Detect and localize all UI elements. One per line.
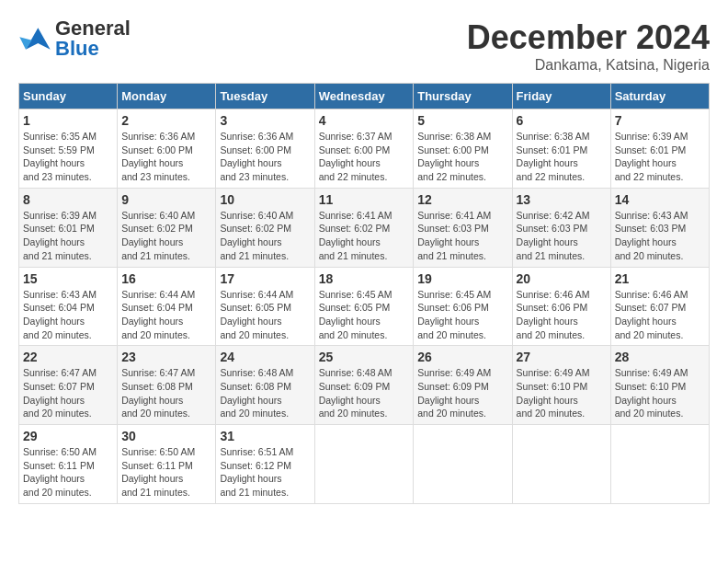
day-info: Sunrise: 6:38 AM Sunset: 6:01 PM Dayligh… — [517, 130, 607, 184]
calendar-day-cell: 17 Sunrise: 6:44 AM Sunset: 6:05 PM Dayl… — [216, 267, 314, 346]
day-number: 5 — [417, 113, 507, 128]
day-info: Sunrise: 6:35 AM Sunset: 5:59 PM Dayligh… — [23, 130, 113, 184]
calendar-header-row: SundayMondayTuesdayWednesdayThursdayFrid… — [19, 84, 710, 109]
logo: GeneralBlue — [18, 18, 131, 59]
calendar-day-header: Tuesday — [216, 84, 314, 109]
day-info: Sunrise: 6:43 AM Sunset: 6:03 PM Dayligh… — [615, 209, 705, 263]
day-info: Sunrise: 6:50 AM Sunset: 6:11 PM Dayligh… — [23, 445, 113, 500]
day-info: Sunrise: 6:44 AM Sunset: 6:05 PM Dayligh… — [220, 288, 310, 342]
day-info: Sunrise: 6:48 AM Sunset: 6:09 PM Dayligh… — [319, 366, 410, 420]
day-info: Sunrise: 6:47 AM Sunset: 6:07 PM Dayligh… — [23, 366, 113, 420]
day-number: 29 — [23, 429, 113, 443]
day-number: 23 — [121, 350, 211, 364]
day-number: 11 — [319, 192, 410, 207]
day-number: 28 — [615, 350, 705, 364]
calendar-day-cell: 4 Sunrise: 6:37 AM Sunset: 6:00 PM Dayli… — [314, 109, 414, 189]
day-number: 9 — [121, 192, 211, 207]
day-info: Sunrise: 6:36 AM Sunset: 6:00 PM Dayligh… — [220, 130, 310, 184]
calendar-table: SundayMondayTuesdayWednesdayThursdayFrid… — [18, 83, 710, 504]
calendar-day-cell: 2 Sunrise: 6:36 AM Sunset: 6:00 PM Dayli… — [118, 109, 216, 189]
day-info: Sunrise: 6:40 AM Sunset: 6:02 PM Dayligh… — [220, 209, 310, 263]
day-number: 25 — [319, 350, 410, 364]
day-number: 2 — [121, 113, 211, 128]
calendar-day-cell: 28 Sunrise: 6:49 AM Sunset: 6:10 PM Dayl… — [610, 346, 709, 425]
day-info: Sunrise: 6:42 AM Sunset: 6:03 PM Dayligh… — [517, 209, 607, 263]
day-info: Sunrise: 6:49 AM Sunset: 6:09 PM Dayligh… — [417, 366, 507, 420]
day-number: 31 — [220, 429, 310, 443]
day-info: Sunrise: 6:49 AM Sunset: 6:10 PM Dayligh… — [615, 366, 705, 420]
day-number: 8 — [23, 192, 113, 207]
calendar-day-cell: 25 Sunrise: 6:48 AM Sunset: 6:09 PM Dayl… — [314, 346, 414, 425]
day-info: Sunrise: 6:47 AM Sunset: 6:08 PM Dayligh… — [121, 366, 211, 420]
day-info: Sunrise: 6:50 AM Sunset: 6:11 PM Dayligh… — [121, 445, 211, 500]
calendar-day-cell: 7 Sunrise: 6:39 AM Sunset: 6:01 PM Dayli… — [610, 109, 709, 189]
day-number: 1 — [23, 113, 113, 128]
day-info: Sunrise: 6:46 AM Sunset: 6:06 PM Dayligh… — [517, 288, 607, 342]
calendar-day-cell: 9 Sunrise: 6:40 AM Sunset: 6:02 PM Dayli… — [118, 188, 216, 267]
calendar-body: 1 Sunrise: 6:35 AM Sunset: 5:59 PM Dayli… — [19, 109, 710, 504]
day-number: 13 — [517, 192, 607, 207]
calendar-day-cell: 10 Sunrise: 6:40 AM Sunset: 6:02 PM Dayl… — [216, 188, 314, 267]
calendar-day-header: Saturday — [610, 84, 709, 109]
calendar-day-cell: 12 Sunrise: 6:41 AM Sunset: 6:03 PM Dayl… — [414, 188, 512, 267]
calendar-day-cell: 29 Sunrise: 6:50 AM Sunset: 6:11 PM Dayl… — [19, 425, 118, 504]
calendar-day-cell: 22 Sunrise: 6:47 AM Sunset: 6:07 PM Dayl… — [19, 346, 118, 425]
day-number: 18 — [319, 271, 410, 286]
day-number: 7 — [615, 113, 705, 128]
calendar-day-header: Friday — [512, 84, 610, 109]
day-number: 30 — [121, 429, 211, 443]
day-number: 17 — [220, 271, 310, 286]
day-info: Sunrise: 6:49 AM Sunset: 6:10 PM Dayligh… — [517, 366, 607, 420]
calendar-day-cell: 20 Sunrise: 6:46 AM Sunset: 6:06 PM Dayl… — [512, 267, 610, 346]
title-block: December 2024 Dankama, Katsina, Nigeria — [467, 18, 710, 74]
calendar-week-row: 22 Sunrise: 6:47 AM Sunset: 6:07 PM Dayl… — [19, 346, 710, 425]
day-number: 3 — [220, 113, 310, 128]
day-number: 24 — [220, 350, 310, 364]
calendar-day-cell: 26 Sunrise: 6:49 AM Sunset: 6:09 PM Dayl… — [414, 346, 512, 425]
day-info: Sunrise: 6:36 AM Sunset: 6:00 PM Dayligh… — [121, 130, 211, 184]
calendar-day-cell — [512, 425, 610, 504]
svg-marker-0 — [26, 28, 51, 49]
calendar-day-cell: 13 Sunrise: 6:42 AM Sunset: 6:03 PM Dayl… — [512, 188, 610, 267]
day-number: 22 — [23, 350, 113, 364]
day-info: Sunrise: 6:38 AM Sunset: 6:00 PM Dayligh… — [417, 130, 507, 184]
calendar-week-row: 29 Sunrise: 6:50 AM Sunset: 6:11 PM Dayl… — [19, 425, 710, 504]
day-number: 10 — [220, 192, 310, 207]
day-info: Sunrise: 6:44 AM Sunset: 6:04 PM Dayligh… — [121, 288, 211, 342]
day-info: Sunrise: 6:40 AM Sunset: 6:02 PM Dayligh… — [121, 209, 211, 263]
calendar-day-cell: 16 Sunrise: 6:44 AM Sunset: 6:04 PM Dayl… — [118, 267, 216, 346]
calendar-week-row: 15 Sunrise: 6:43 AM Sunset: 6:04 PM Dayl… — [19, 267, 710, 346]
day-number: 21 — [615, 271, 705, 286]
calendar-day-cell: 30 Sunrise: 6:50 AM Sunset: 6:11 PM Dayl… — [118, 425, 216, 504]
calendar-day-cell: 23 Sunrise: 6:47 AM Sunset: 6:08 PM Dayl… — [118, 346, 216, 425]
day-number: 15 — [23, 271, 113, 286]
day-number: 26 — [417, 350, 507, 364]
day-info: Sunrise: 6:39 AM Sunset: 6:01 PM Dayligh… — [23, 209, 113, 263]
day-info: Sunrise: 6:51 AM Sunset: 6:12 PM Dayligh… — [220, 445, 310, 500]
calendar-week-row: 8 Sunrise: 6:39 AM Sunset: 6:01 PM Dayli… — [19, 188, 710, 267]
day-info: Sunrise: 6:39 AM Sunset: 6:01 PM Dayligh… — [615, 130, 705, 184]
calendar-day-cell — [610, 425, 709, 504]
day-number: 27 — [517, 350, 607, 364]
day-info: Sunrise: 6:45 AM Sunset: 6:06 PM Dayligh… — [417, 288, 507, 342]
day-number: 12 — [417, 192, 507, 207]
day-number: 16 — [121, 271, 211, 286]
day-number: 19 — [417, 271, 507, 286]
calendar-day-cell: 24 Sunrise: 6:48 AM Sunset: 6:08 PM Dayl… — [216, 346, 314, 425]
calendar-day-header: Thursday — [414, 84, 512, 109]
calendar-subtitle: Dankama, Katsina, Nigeria — [467, 57, 710, 74]
calendar-day-cell: 31 Sunrise: 6:51 AM Sunset: 6:12 PM Dayl… — [216, 425, 314, 504]
calendar-day-cell: 27 Sunrise: 6:49 AM Sunset: 6:10 PM Dayl… — [512, 346, 610, 425]
logo-icon — [18, 25, 51, 52]
calendar-day-cell: 15 Sunrise: 6:43 AM Sunset: 6:04 PM Dayl… — [19, 267, 118, 346]
day-number: 20 — [517, 271, 607, 286]
calendar-week-row: 1 Sunrise: 6:35 AM Sunset: 5:59 PM Dayli… — [19, 109, 710, 189]
page-header: GeneralBlue December 2024 Dankama, Katsi… — [18, 18, 710, 74]
calendar-day-cell: 1 Sunrise: 6:35 AM Sunset: 5:59 PM Dayli… — [19, 109, 118, 189]
calendar-day-cell: 3 Sunrise: 6:36 AM Sunset: 6:00 PM Dayli… — [216, 109, 314, 189]
calendar-day-cell: 18 Sunrise: 6:45 AM Sunset: 6:05 PM Dayl… — [314, 267, 414, 346]
day-info: Sunrise: 6:41 AM Sunset: 6:02 PM Dayligh… — [319, 209, 410, 263]
calendar-title: December 2024 — [467, 18, 710, 57]
day-number: 4 — [319, 113, 410, 128]
calendar-day-cell: 8 Sunrise: 6:39 AM Sunset: 6:01 PM Dayli… — [19, 188, 118, 267]
